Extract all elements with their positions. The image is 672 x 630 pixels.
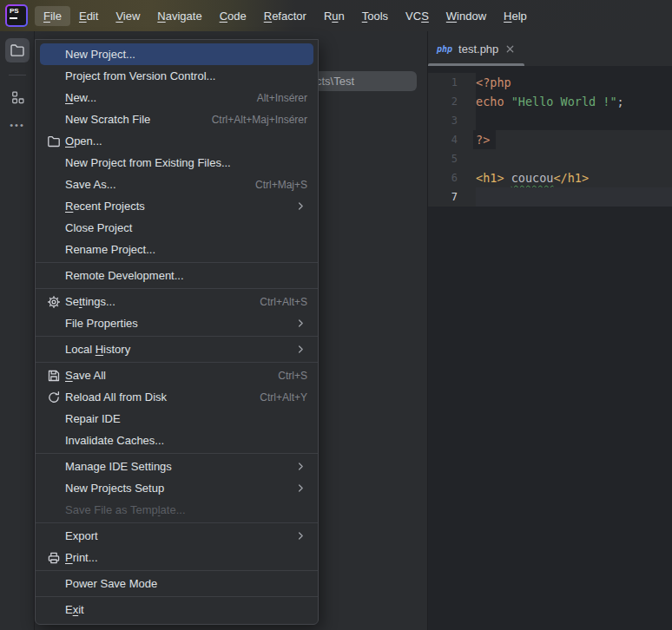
code-line-4[interactable]: 4?> xyxy=(428,130,672,149)
code-line-content xyxy=(476,187,672,207)
menu-item-label: Power Save Mode xyxy=(65,577,157,590)
menu-item-new-project[interactable]: New Project... xyxy=(40,43,313,65)
code-line-content xyxy=(476,111,672,130)
menu-separator xyxy=(36,596,318,597)
menubar-item-window[interactable]: Window xyxy=(438,6,495,26)
menu-item-label: Remote Development... xyxy=(65,269,184,282)
code-line-content: <h1> coucou</h1> xyxy=(476,168,672,187)
phpstorm-logo-icon[interactable]: PS xyxy=(5,4,28,27)
menu-item-repair-ide[interactable]: Repair IDE xyxy=(40,408,313,430)
menu-item-file-properties[interactable]: File Properties xyxy=(40,312,313,334)
menubar-item-refactor[interactable]: Refactor xyxy=(255,6,315,26)
menu-item-print[interactable]: Print... xyxy=(40,547,313,568)
line-number: 4 xyxy=(428,130,476,149)
menubar-item-edit[interactable]: Edit xyxy=(70,6,107,26)
menubar-item-help[interactable]: Help xyxy=(495,6,536,26)
menu-item-label: New Project from Existing Files... xyxy=(65,156,231,169)
code-line-3[interactable]: 3 xyxy=(428,111,672,130)
menu-item-save-all[interactable]: Save AllCtrl+S xyxy=(40,364,313,386)
ellipsis-icon: ••• xyxy=(10,120,25,130)
menu-item-save-as[interactable]: Save As...Ctrl+Maj+S xyxy=(40,174,313,195)
php-file-icon: php xyxy=(437,44,452,54)
menu-item-shortcut: Ctrl+Maj+S xyxy=(255,179,307,191)
menu-bar: FileEditViewNavigateCodeRefactorRunTools… xyxy=(35,0,536,31)
menu-item-label: Project from Version Control... xyxy=(65,69,215,82)
code-line-2[interactable]: 2echo "Hello World !"; xyxy=(428,92,672,111)
menu-separator xyxy=(36,522,318,523)
menu-item-label: Recent Projects xyxy=(65,200,145,213)
menu-item-label: Manage IDE Settings xyxy=(65,460,172,473)
menubar-item-file[interactable]: File xyxy=(35,6,70,26)
menu-item-label: New Projects Setup xyxy=(65,482,164,495)
refresh-icon xyxy=(47,390,65,404)
line-number: 6 xyxy=(428,168,476,187)
menu-item-new-scratch-file[interactable]: New Scratch FileCtrl+Alt+Maj+Insérer xyxy=(40,108,313,130)
menubar-item-vcs[interactable]: VCS xyxy=(397,6,438,26)
menu-item-close-project[interactable]: Close Project xyxy=(40,217,313,239)
menu-item-label: Export xyxy=(65,529,98,542)
tool-window-stripe: ••• xyxy=(0,31,35,630)
more-tool-windows-button[interactable]: ••• xyxy=(0,120,35,130)
code-line-7[interactable]: 7 xyxy=(428,187,672,207)
code-editor[interactable]: 1<?php2echo "Hello World !";34?>56<h1> c… xyxy=(428,66,672,630)
menu-item-rename-project[interactable]: Rename Project... xyxy=(40,239,313,260)
folder-icon xyxy=(10,43,25,58)
submenu-arrow-icon xyxy=(294,529,307,542)
menu-item-label: Local History xyxy=(65,343,130,356)
file-menu-popup: New Project...Project from Version Contr… xyxy=(35,39,319,625)
phpstorm-logo-text: PS xyxy=(7,6,26,25)
menubar-item-navigate[interactable]: Navigate xyxy=(148,6,210,26)
menu-separator xyxy=(36,336,318,337)
menubar-item-tools[interactable]: Tools xyxy=(353,6,397,26)
folder-icon xyxy=(47,135,65,148)
menu-item-project-from-version-control[interactable]: Project from Version Control... xyxy=(40,65,313,87)
menu-item-exit[interactable]: Exit xyxy=(40,599,313,620)
line-number: 3 xyxy=(428,111,476,130)
menu-item-new-project-from-existing-files[interactable]: New Project from Existing Files... xyxy=(40,152,313,174)
code-line-content: ?> xyxy=(476,130,672,149)
menu-item-power-save-mode[interactable]: Power Save Mode xyxy=(40,573,313,594)
menu-item-label: Exit xyxy=(65,603,84,616)
menubar-item-run[interactable]: Run xyxy=(315,6,353,26)
menu-separator xyxy=(36,262,318,263)
menu-separator xyxy=(36,570,318,571)
code-line-1[interactable]: 1<?php xyxy=(428,73,672,92)
menu-item-label: Settings... xyxy=(65,295,115,308)
menu-item-label: Invalidate Caches... xyxy=(65,434,164,447)
code-line-5[interactable]: 5 xyxy=(428,149,672,168)
menu-item-new[interactable]: New...Alt+Insérer xyxy=(40,87,313,108)
menu-item-shortcut: Alt+Insérer xyxy=(257,92,307,104)
menu-item-shortcut: Ctrl+S xyxy=(278,370,307,382)
code-line-6[interactable]: 6<h1> coucou</h1> xyxy=(428,168,672,187)
floppy-icon xyxy=(47,369,65,383)
code-line-content: echo "Hello World !"; xyxy=(476,92,672,111)
submenu-arrow-icon xyxy=(294,317,307,330)
menu-item-save-file-as-template: Save File as Template... xyxy=(40,499,313,521)
menu-item-label: Reload All from Disk xyxy=(65,390,167,404)
menu-item-reload-all-from-disk[interactable]: Reload All from DiskCtrl+Alt+Y xyxy=(40,386,313,408)
submenu-arrow-icon xyxy=(294,482,307,495)
structure-tool-button[interactable] xyxy=(5,85,30,109)
menu-item-export[interactable]: Export xyxy=(40,525,313,547)
menu-item-manage-ide-settings[interactable]: Manage IDE Settings xyxy=(40,456,313,477)
menu-separator xyxy=(36,288,318,289)
tab-test-php[interactable]: php test.php xyxy=(428,31,524,66)
project-tool-button[interactable] xyxy=(5,38,30,62)
menu-item-remote-development[interactable]: Remote Development... xyxy=(40,265,313,286)
title-bar: PS FileEditViewNavigateCodeRefactorRunTo… xyxy=(0,0,672,31)
menubar-item-view[interactable]: View xyxy=(107,6,148,26)
submenu-arrow-icon xyxy=(294,343,307,356)
menu-item-label: Close Project xyxy=(65,221,132,234)
menu-item-label: Repair IDE xyxy=(65,412,121,425)
code-line-content xyxy=(476,149,672,168)
close-tab-icon[interactable] xyxy=(504,43,516,55)
menu-item-open[interactable]: Open... xyxy=(40,130,313,152)
menu-item-recent-projects[interactable]: Recent Projects xyxy=(40,195,313,217)
project-path-chip[interactable]: cts\Test xyxy=(314,71,417,91)
menu-item-invalidate-caches[interactable]: Invalidate Caches... xyxy=(40,430,313,451)
stripe-divider xyxy=(9,75,26,75)
menu-item-local-history[interactable]: Local History xyxy=(40,338,313,360)
menubar-item-code[interactable]: Code xyxy=(211,6,255,26)
menu-item-new-projects-setup[interactable]: New Projects Setup xyxy=(40,477,313,499)
menu-item-settings[interactable]: Settings...Ctrl+Alt+S xyxy=(40,291,313,312)
